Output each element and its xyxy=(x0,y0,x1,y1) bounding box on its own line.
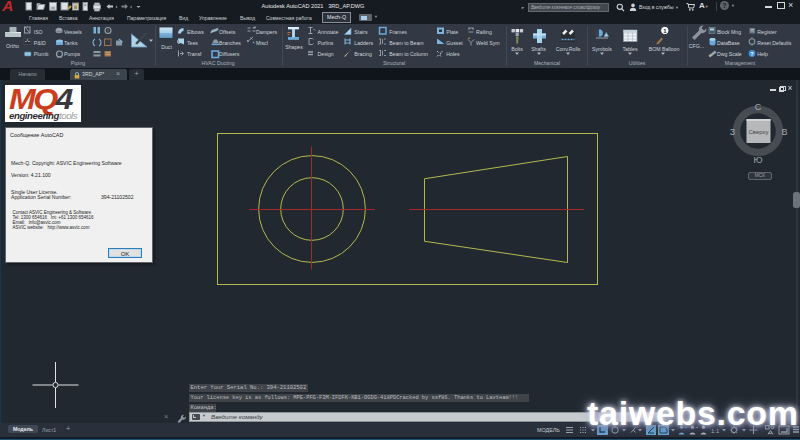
svg-text:В: В xyxy=(781,127,787,137)
svg-text:С: С xyxy=(755,102,762,112)
svg-text:Сверху: Сверху xyxy=(748,129,768,135)
svg-text:З: З xyxy=(730,127,735,137)
svg-text:Ю: Ю xyxy=(753,155,762,165)
svg-text:?: ? xyxy=(750,51,753,57)
